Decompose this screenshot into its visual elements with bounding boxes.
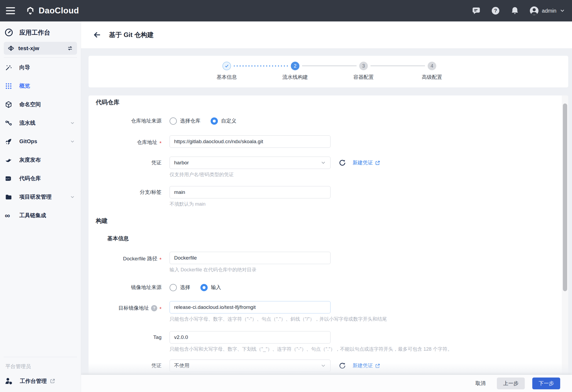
subsection-title-basic-info: 基本信息 bbox=[107, 235, 552, 242]
username: admin bbox=[542, 8, 556, 14]
project-switcher[interactable]: test-xjw bbox=[4, 42, 77, 55]
step-label: 基本信息 bbox=[200, 74, 254, 81]
workspace-header: 应用工作台 bbox=[0, 21, 81, 42]
radio-input-image[interactable]: 输入 bbox=[200, 284, 221, 291]
field-label: 镜像地址来源 bbox=[131, 281, 162, 294]
sidebar-divider bbox=[4, 57, 77, 58]
stepper: 基本信息 2 流水线构建 3 容器配置 4 高级配置 bbox=[89, 56, 568, 87]
cancel-button[interactable]: 取消 bbox=[472, 377, 489, 390]
external-link-icon bbox=[50, 378, 55, 384]
prev-step-button[interactable]: 上一步 bbox=[497, 378, 525, 389]
create-credential-link[interactable]: 新建凭证 bbox=[353, 362, 380, 369]
field-label: 目标镜像地址 bbox=[118, 302, 149, 314]
sidebar-item-label: 工具链集成 bbox=[19, 212, 46, 219]
admin-user-icon bbox=[5, 377, 13, 385]
sidebar-item-gitops[interactable]: GitOps bbox=[0, 132, 81, 151]
sidebar-item-label: 代码仓库 bbox=[19, 175, 41, 182]
repo-source-row: 仓库地址来源 选择仓库 自定义 bbox=[96, 115, 552, 127]
bird-icon bbox=[5, 156, 12, 164]
external-link-icon bbox=[375, 363, 380, 368]
user-menu[interactable]: admin bbox=[530, 6, 565, 15]
tag-hint: 只能包含小写和大写字母、数字、下划线（"_"）、连字符（"-"）、句点（"."）… bbox=[170, 346, 452, 352]
target-image-hint: 只能包含小写字母、数字、连字符（"-"）、句点（"."）、斜线（"/"），并以小… bbox=[170, 316, 387, 322]
field-label: 仓库地址 bbox=[137, 136, 157, 149]
radio-off-icon bbox=[170, 284, 177, 291]
sidebar-item-pipeline[interactable]: 流水线 bbox=[0, 114, 81, 132]
repo-url-row: 仓库地址 * bbox=[96, 135, 552, 149]
notification-bell-icon[interactable] bbox=[510, 6, 519, 15]
external-link-icon bbox=[375, 160, 380, 165]
step-1-check-icon bbox=[222, 62, 231, 70]
step-1-basic-info: 基本信息 bbox=[200, 62, 254, 81]
link-label: 新建凭证 bbox=[353, 362, 373, 369]
radio-select-repo[interactable]: 选择仓库 bbox=[170, 117, 200, 125]
brand-name: DaoCloud bbox=[39, 6, 79, 16]
message-icon[interactable] bbox=[472, 6, 481, 15]
sidebar-item-label: 流水线 bbox=[19, 119, 35, 127]
sidebar-item-overview[interactable]: 概览 bbox=[0, 77, 81, 95]
sidebar-item-workbench-admin[interactable]: 工作台管理 bbox=[0, 377, 81, 385]
sidebar-item-label: GitOps bbox=[19, 138, 37, 145]
field-label: 凭证 bbox=[151, 157, 162, 169]
radio-select-image[interactable]: 选择 bbox=[170, 284, 190, 291]
scrollbar-track[interactable] bbox=[562, 95, 568, 392]
target-image-input[interactable] bbox=[170, 301, 331, 313]
help-icon[interactable]: ? bbox=[491, 6, 500, 15]
switch-project-icon[interactable] bbox=[67, 45, 73, 51]
menu-toggle-icon[interactable] bbox=[6, 7, 15, 14]
sidebar-item-toolchain[interactable]: ∞ 工具链集成 bbox=[0, 206, 81, 225]
scrollbar-thumb[interactable] bbox=[563, 103, 567, 291]
svg-text:</>: </> bbox=[6, 177, 10, 180]
sidebar-item-namespace[interactable]: 命名空间 bbox=[0, 95, 81, 114]
next-step-button[interactable]: 下一步 bbox=[532, 378, 560, 389]
branch-input[interactable] bbox=[170, 186, 331, 198]
pipeline-icon bbox=[5, 119, 12, 127]
field-label: Tag bbox=[153, 331, 162, 343]
step-3-number: 3 bbox=[359, 62, 368, 70]
branch-hint: 不填默认为 main bbox=[170, 201, 331, 207]
sidebar-item-label: 概览 bbox=[19, 82, 30, 90]
brand-logo: DaoCloud bbox=[26, 6, 79, 16]
radio-label: 选择仓库 bbox=[180, 117, 200, 124]
build-credential-select[interactable]: 不使用 bbox=[170, 360, 331, 372]
daocloud-cube-icon bbox=[26, 6, 35, 15]
required-asterisk: * bbox=[159, 303, 162, 315]
avatar bbox=[530, 6, 539, 15]
grid-dots-icon bbox=[5, 82, 12, 90]
chevron-down-icon bbox=[321, 160, 326, 165]
radio-label: 自定义 bbox=[221, 117, 236, 124]
svg-text:?: ? bbox=[494, 8, 497, 13]
dockerfile-path-input[interactable] bbox=[170, 252, 331, 264]
code-repo-icon: </> bbox=[5, 175, 12, 182]
radio-label: 选择 bbox=[180, 284, 190, 291]
sidebar-item-label: 项目研发管理 bbox=[19, 193, 52, 201]
tag-input[interactable] bbox=[170, 331, 331, 343]
sidebar-item-label: 工作台管理 bbox=[20, 378, 47, 385]
topbar: DaoCloud ? admin bbox=[0, 0, 572, 21]
workspace-title: 应用工作台 bbox=[19, 28, 50, 37]
wizard-footer: 取消 上一步 下一步 bbox=[81, 375, 572, 392]
wand-icon bbox=[5, 64, 12, 71]
step-label: 流水线构建 bbox=[268, 74, 322, 81]
section-title-code-repo: 代码仓库 bbox=[96, 99, 552, 106]
credential-select[interactable]: harbor bbox=[170, 157, 331, 169]
sidebar-item-label: 命名空间 bbox=[19, 101, 41, 108]
infinity-icon: ∞ bbox=[5, 212, 14, 219]
sidebar-item-canary-release[interactable]: 灰度发布 bbox=[0, 151, 81, 169]
help-tooltip-icon[interactable]: ? bbox=[151, 305, 157, 311]
create-credential-link[interactable]: 新建凭证 bbox=[353, 159, 380, 166]
repo-url-input[interactable] bbox=[170, 135, 331, 148]
refresh-icon[interactable] bbox=[339, 362, 346, 369]
sidebar-item-project-management[interactable]: 项目研发管理 bbox=[0, 188, 81, 206]
step-3-container-config: 3 容器配置 bbox=[337, 62, 390, 81]
folder-icon bbox=[5, 193, 12, 201]
form-card: 代码仓库 仓库地址来源 选择仓库 自定义 bbox=[89, 95, 568, 392]
sidebar-item-code-repo[interactable]: </> 代码仓库 bbox=[0, 169, 81, 188]
radio-custom-repo[interactable]: 自定义 bbox=[211, 117, 236, 125]
build-credential-row: 凭证 不使用 bbox=[96, 360, 552, 372]
step-4-advanced-config: 4 高级配置 bbox=[405, 62, 459, 81]
back-arrow-icon[interactable] bbox=[93, 30, 102, 39]
sidebar-item-wizard[interactable]: 向导 bbox=[0, 58, 81, 77]
refresh-icon[interactable] bbox=[339, 159, 346, 167]
step-label: 容器配置 bbox=[337, 74, 390, 81]
